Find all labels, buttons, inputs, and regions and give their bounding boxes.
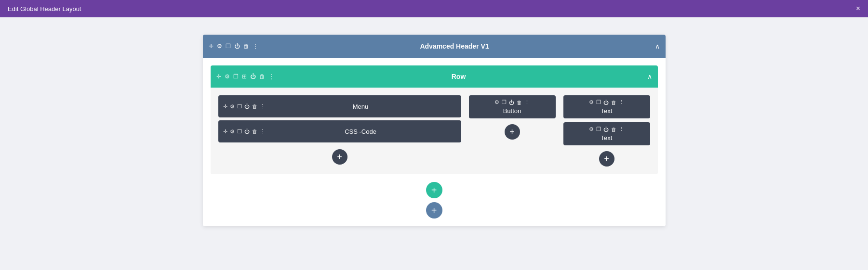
row-header: ✛ ⚙ ❐ ⊞ ⏻ 🗑 ⋮ Row ∧ [211, 65, 658, 88]
section-chevron[interactable]: ∧ [655, 42, 660, 50]
text2-label: Text [601, 134, 613, 141]
section-title: Advamced Header V1 [258, 42, 651, 50]
row-delete-icon[interactable]: 🗑 [259, 73, 265, 80]
menu-move-icon[interactable]: ✛ [223, 103, 227, 110]
row-more-icon[interactable]: ⋮ [268, 73, 274, 80]
menu-more-icon[interactable]: ⋮ [260, 103, 265, 110]
css-label: CSS -Code [265, 128, 456, 135]
text-module-2[interactable]: ⚙ ❐ ⏻ 🗑 ⋮ Text [563, 122, 650, 145]
button-module-icons: ⚙ ❐ ⏻ 🗑 ⋮ [474, 99, 551, 105]
row-chevron[interactable]: ∧ [647, 73, 652, 80]
more-icon[interactable]: ⋮ [253, 43, 258, 50]
menu-power-icon[interactable]: ⏻ [244, 103, 250, 109]
text1-settings-icon[interactable]: ⚙ [589, 99, 594, 105]
menu-label: Menu [265, 103, 456, 110]
title-bar: Edit Global Header Layout × [0, 0, 868, 17]
button-label: Button [503, 107, 521, 115]
btn-duplicate-icon[interactable]: ❐ [502, 99, 507, 105]
row-body: ✛ ⚙ ❐ ⏻ 🗑 ⋮ Menu ✛ ⚙ [211, 88, 658, 174]
right-col-add-button[interactable]: + [599, 151, 614, 167]
close-button[interactable]: × [856, 5, 860, 13]
row-settings-icon[interactable]: ⚙ [225, 73, 230, 80]
add-section-button[interactable]: + [426, 202, 442, 219]
text1-duplicate-icon[interactable]: ❐ [596, 99, 601, 105]
row-title: Row [274, 73, 643, 80]
section-header: ✛ ⚙ ❐ ⏻ 🗑 ⋮ Advamced Header V1 ∧ [203, 35, 666, 58]
mid-column: ⚙ ❐ ⏻ 🗑 ⋮ Button + [469, 95, 556, 140]
delete-icon[interactable]: 🗑 [243, 43, 249, 50]
btn-settings-icon[interactable]: ⚙ [494, 99, 499, 105]
text2-duplicate-icon[interactable]: ❐ [596, 126, 601, 132]
button-module[interactable]: ⚙ ❐ ⏻ 🗑 ⋮ Button [469, 95, 556, 118]
row-header-icons: ✛ ⚙ ❐ ⊞ ⏻ 🗑 ⋮ [216, 73, 274, 80]
left-col-add-button[interactable]: + [332, 149, 347, 165]
menu-module[interactable]: ✛ ⚙ ❐ ⏻ 🗑 ⋮ Menu [218, 95, 461, 117]
section-body: ✛ ⚙ ❐ ⊞ ⏻ 🗑 ⋮ Row ∧ ✛ [203, 58, 666, 226]
menu-delete-icon[interactable]: 🗑 [252, 103, 257, 109]
bottom-add-buttons: + + [211, 182, 658, 219]
btn-more-icon[interactable]: ⋮ [524, 99, 530, 105]
menu-duplicate-icon[interactable]: ❐ [237, 103, 242, 110]
section-header-icons: ✛ ⚙ ❐ ⏻ 🗑 ⋮ [209, 43, 258, 50]
mid-col-add-button[interactable]: + [505, 124, 520, 140]
text2-settings-icon[interactable]: ⚙ [589, 126, 594, 132]
css-code-module[interactable]: ✛ ⚙ ❐ ⏻ 🗑 ⋮ CSS -Code [218, 120, 461, 142]
row-power-icon[interactable]: ⏻ [250, 73, 256, 80]
move-icon[interactable]: ✛ [209, 43, 214, 50]
text1-more-icon[interactable]: ⋮ [619, 99, 624, 105]
css-power-icon[interactable]: ⏻ [244, 129, 250, 134]
main-area: ✛ ⚙ ❐ ⏻ 🗑 ⋮ Advamced Header V1 ∧ ✛ ⚙ ❐ ⊞… [0, 17, 868, 270]
text2-more-icon[interactable]: ⋮ [619, 126, 624, 132]
css-delete-icon[interactable]: 🗑 [252, 129, 257, 134]
row-move-icon[interactable]: ✛ [216, 73, 221, 80]
text1-label: Text [601, 107, 613, 115]
css-settings-icon[interactable]: ⚙ [230, 129, 235, 135]
row-duplicate-icon[interactable]: ❐ [233, 73, 239, 80]
text2-power-icon[interactable]: ⏻ [603, 127, 609, 132]
outer-card: ✛ ⚙ ❐ ⏻ 🗑 ⋮ Advamced Header V1 ∧ ✛ ⚙ ❐ ⊞… [203, 35, 666, 226]
right-column: ⚙ ❐ ⏻ 🗑 ⋮ Text ⚙ ❐ ⏻ 🗑 [563, 95, 650, 167]
menu-settings-icon[interactable]: ⚙ [230, 103, 235, 110]
text1-module-icons: ⚙ ❐ ⏻ 🗑 ⋮ [568, 99, 645, 105]
text1-delete-icon[interactable]: 🗑 [611, 100, 616, 105]
css-module-icons: ✛ ⚙ ❐ ⏻ 🗑 ⋮ [223, 129, 265, 135]
text-module-1[interactable]: ⚙ ❐ ⏻ 🗑 ⋮ Text [563, 95, 650, 118]
menu-module-icons: ✛ ⚙ ❐ ⏻ 🗑 ⋮ [223, 103, 265, 110]
text2-delete-icon[interactable]: 🗑 [611, 127, 616, 132]
power-icon[interactable]: ⏻ [234, 43, 240, 50]
text2-module-icons: ⚙ ❐ ⏻ 🗑 ⋮ [568, 126, 645, 132]
duplicate-icon[interactable]: ❐ [226, 43, 231, 50]
left-column: ✛ ⚙ ❐ ⏻ 🗑 ⋮ Menu ✛ ⚙ [218, 95, 461, 165]
btn-power-icon[interactable]: ⏻ [509, 100, 514, 105]
add-row-button[interactable]: + [426, 182, 442, 198]
css-duplicate-icon[interactable]: ❐ [237, 129, 242, 135]
btn-delete-icon[interactable]: 🗑 [517, 100, 522, 105]
css-move-icon[interactable]: ✛ [223, 129, 227, 135]
row-grid-icon[interactable]: ⊞ [242, 73, 247, 80]
title-bar-text: Edit Global Header Layout [8, 5, 81, 13]
css-more-icon[interactable]: ⋮ [260, 129, 265, 135]
text1-power-icon[interactable]: ⏻ [603, 100, 609, 105]
settings-icon[interactable]: ⚙ [217, 43, 222, 50]
